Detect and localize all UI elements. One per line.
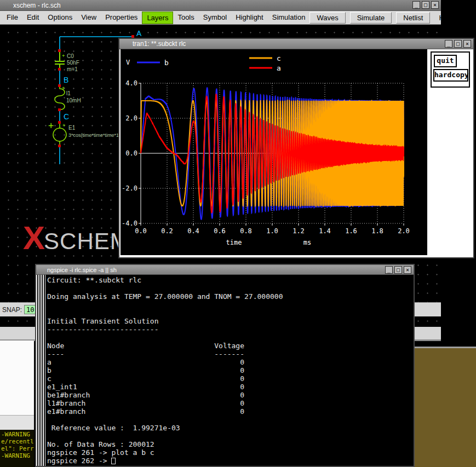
y-tick-label: 4.0 <box>125 79 137 87</box>
node-label-a: A <box>136 29 142 38</box>
y-tick-label: -2.0 <box>122 185 137 192</box>
terminal-line: No. of Data Rows : 200012 <box>47 440 414 448</box>
minimize-button[interactable]: _ <box>385 266 393 274</box>
waves-button[interactable]: Waves <box>309 12 345 24</box>
x-tick-label: 1.2 <box>293 227 305 235</box>
terminal-line: e1_int1 0 <box>47 383 414 391</box>
close-button[interactable]: ✕ <box>404 266 411 274</box>
console-warning-line: -WARNING <box>1 431 34 438</box>
x-tick-label: 2.0 <box>398 227 410 235</box>
x-axis-label: time <box>226 239 242 246</box>
terminal-line: ---- ------- <box>47 350 414 358</box>
terminal-line: Doing analysis at TEMP = 27.000000 and T… <box>47 292 414 301</box>
svg-text:+: + <box>62 122 66 128</box>
maximize-button[interactable]: □ <box>394 266 402 274</box>
menu-item-file[interactable]: File <box>2 11 22 24</box>
menu-item-properties[interactable]: Properties <box>101 11 142 24</box>
terminal-line: l1#branch 0 <box>47 399 414 407</box>
console-warning-lines: -WARNINGe/recentlyel": Perr-WARNING <box>0 430 34 459</box>
xschem-titlebar[interactable]: xschem - rlc.sch _□✕ <box>0 0 441 11</box>
x-tick-label: 0.6 <box>214 227 226 235</box>
x-tick-label: 0.8 <box>240 227 252 235</box>
simulate-button[interactable]: Simulate <box>350 12 392 24</box>
menu-item-layers[interactable]: Layers <box>142 11 173 24</box>
terminal-line: Initial Transient Solution <box>47 317 414 325</box>
menu-item-options[interactable]: Options <box>43 11 77 24</box>
plot-titlebar[interactable]: tran1: **.subckt rlc _□✕ <box>119 39 473 49</box>
terminal-line: e1#branch 0 <box>47 407 414 416</box>
capacitor-ref: C0 <box>67 53 74 59</box>
x-tick-label: 0.2 <box>161 227 173 235</box>
menu-item-symbol[interactable]: Symbol <box>199 11 231 24</box>
y-tick-label: 0.0 <box>125 149 137 157</box>
background-white-window <box>0 341 34 430</box>
terminal-line: Reference value : 1.99271e-03 <box>47 424 414 432</box>
window-controls: _□✕ <box>385 266 411 274</box>
menu-item-edit[interactable]: Edit <box>22 11 43 24</box>
legend-label-a: a <box>277 64 281 72</box>
terminal-line <box>47 284 414 292</box>
terminal-scrollbar[interactable] <box>36 275 45 466</box>
x-tick-label: 1.0 <box>266 227 278 235</box>
legend-label-c: c <box>277 54 281 62</box>
y-axis-unit: V <box>126 59 130 66</box>
terminal-line <box>47 309 414 317</box>
menu-help[interactable]: Help <box>434 12 458 24</box>
plot-window-title: tran1: **.subckt rlc <box>133 40 186 48</box>
x-tick-label: 0.0 <box>135 227 147 235</box>
source-plus-icon: + <box>48 120 54 131</box>
window-controls: _□✕ <box>445 40 471 48</box>
quit-button[interactable]: quit <box>434 55 457 67</box>
capacitor-value: 50nF <box>67 60 79 66</box>
terminal-line <box>47 432 414 440</box>
console-warning-line: e/recently <box>1 438 34 445</box>
plot-window: tran1: **.subckt rlc _□✕ 0.00.20.40.60.8… <box>118 38 474 258</box>
x-tick-label: 0.4 <box>187 227 199 235</box>
terminal-output[interactable]: Circuit: **.subckt rlcDoing analysis at … <box>47 276 414 466</box>
xschem-logo: XSCHEM <box>23 219 130 257</box>
terminal-window-title: ngspice -i rlc.spice -a || sh <box>47 267 117 273</box>
xschem-window-title: xschem - rlc.sch <box>13 2 61 9</box>
maximize-button[interactable]: □ <box>422 1 429 9</box>
terminal-line: b 0 <box>47 366 414 374</box>
terminal-line: Node Voltage <box>47 342 414 350</box>
terminal-line: a 0 <box>47 358 414 366</box>
hardcopy-button[interactable]: hardcopy <box>433 69 468 82</box>
terminal-line: be1#branch 0 <box>47 391 414 399</box>
terminal-line: ngspice 262 -> <box>47 457 414 465</box>
terminal-line: Circuit: **.subckt rlc <box>47 276 414 284</box>
console-warning-line: el": Perr <box>1 445 34 452</box>
terminal-titlebar[interactable]: ngspice -i rlc.spice -a || sh _□✕ <box>36 265 414 275</box>
inductor-ref: l1 <box>66 90 71 96</box>
window-controls: _□✕ <box>412 1 439 9</box>
menu-item-simulation[interactable]: Simulation <box>268 11 310 24</box>
legend-label-b: b <box>164 59 169 67</box>
terminal-cursor <box>111 458 116 464</box>
terminal-line <box>47 333 414 342</box>
inductor-value: 10mH <box>66 97 81 103</box>
x-axis-unit: ms <box>303 239 311 246</box>
terminal-window: ngspice -i rlc.spice -a || sh _□✕ Circui… <box>35 264 415 467</box>
netlist-button[interactable]: Netlist <box>396 12 430 24</box>
minimize-button[interactable]: _ <box>412 1 420 9</box>
console-warning-line: -WARNING <box>1 452 34 459</box>
plot-area: 0.00.20.40.60.81.01.21.41.61.82.04.02.00… <box>121 49 427 255</box>
terminal-line: ngspice 261 -> plot a b c <box>47 448 414 457</box>
y-tick-label: 2.0 <box>125 114 137 122</box>
terminal-line: c 0 <box>47 374 414 383</box>
xschem-logo-x: X <box>23 220 44 256</box>
menu-item-highlight[interactable]: Highlight <box>231 11 268 24</box>
menu-item-view[interactable]: View <box>77 11 101 24</box>
desktop: xschem - rlc.sch _□✕ FileEditOptionsView… <box>0 0 476 467</box>
snap-label: SNAP: <box>2 306 22 314</box>
terminal-line <box>47 416 414 424</box>
desktop-background-lower-right <box>414 347 476 467</box>
x-tick-label: 1.4 <box>319 227 331 235</box>
close-button[interactable]: ✕ <box>463 40 471 48</box>
menu-items: FileEditOptionsViewPropertiesLayersTools… <box>2 11 309 24</box>
close-button[interactable]: ✕ <box>431 1 439 9</box>
maximize-button[interactable]: □ <box>454 40 462 48</box>
menu-item-tools[interactable]: Tools <box>173 11 198 24</box>
minimize-button[interactable]: _ <box>445 40 452 48</box>
background-console-window: -WARNINGe/recentlyel": Perr-WARNING <box>0 430 34 467</box>
